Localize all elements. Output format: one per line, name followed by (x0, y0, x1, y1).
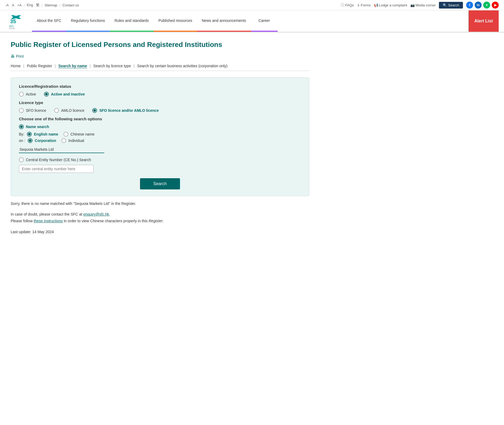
contact-link[interactable]: Contact us (62, 3, 79, 7)
search-button-main[interactable]: Search (140, 178, 180, 189)
status-radio-row: Active Active and inactive (19, 92, 301, 97)
search-icon: 🔍 (443, 3, 447, 7)
svg-text:35: 35 (10, 18, 16, 24)
last-update: Last update: 14 May 2024 (11, 230, 309, 234)
radio-sfo[interactable]: SFO licence (19, 108, 46, 113)
search-panel: Licence/Registration status Active Activ… (11, 77, 309, 196)
megaphone-icon: 📢 (374, 3, 378, 7)
breadcrumb-public-register[interactable]: Public Register (27, 64, 52, 68)
breadcrumb-home[interactable]: Home (11, 64, 21, 68)
nav-career[interactable]: Career (251, 10, 278, 32)
font-controls: -A A +A (5, 3, 22, 7)
top-bar-left: -A A +A | Eng 繁 | Sitemap | Contact us (5, 3, 79, 7)
radio-corporation-inner (29, 139, 31, 142)
image-icon: 📷 (410, 3, 415, 7)
radio-amlo-label: AMLO licence (61, 108, 84, 113)
linkedin-icon[interactable]: in (475, 2, 482, 9)
radio-active-inactive-inner (45, 93, 48, 96)
on-label: on : (19, 138, 25, 143)
radio-both-outer (92, 108, 97, 113)
radio-name-search[interactable]: Name search (19, 124, 301, 129)
radio-amlo-outer (54, 108, 59, 113)
licence-radio-row: SFO licence AMLO licence SFO licence and… (19, 108, 301, 113)
radio-active-inactive-outer (44, 92, 49, 97)
media-corner-link[interactable]: 📷 Media corner (410, 3, 436, 7)
social-icons: f in ♥ ▶ (466, 2, 499, 9)
name-search-input[interactable] (19, 146, 104, 153)
faqs-link[interactable]: ⓘ FAQs (341, 3, 354, 7)
instructions-link[interactable]: these instructions (34, 219, 63, 223)
info-line1-post: . (109, 212, 110, 216)
nav-news[interactable]: News and announcements (197, 10, 251, 32)
radio-english-label: English name (34, 132, 58, 136)
radio-individual[interactable]: Individual (61, 138, 84, 143)
radio-individual-label: Individual (68, 138, 84, 143)
youtube-icon[interactable]: ▶ (492, 2, 499, 9)
question-icon: ⓘ (341, 3, 344, 7)
main-navigation: 35 SFC 證監會 About the SFC Regulatory func… (0, 10, 504, 33)
info-line1-pre: In case of doubt, please contact the SFC… (11, 212, 83, 216)
nav-published[interactable]: Published resources (154, 10, 197, 32)
radio-both-inner (93, 109, 96, 112)
radio-ce-search[interactable]: Central Entity Number (CE No.) Search (19, 157, 301, 162)
nav-items: About the SFC Regulatory functions Rules… (32, 10, 469, 32)
radio-chinese-label: Chinese name (70, 132, 94, 136)
nav-rules[interactable]: Rules and standards (110, 10, 153, 32)
font-decrease[interactable]: -A (5, 3, 9, 7)
register-italic: Register (149, 219, 163, 223)
print-link[interactable]: 🖶 Print (11, 54, 309, 58)
radio-chinese-name[interactable]: Chinese name (63, 132, 94, 137)
logo-area: 35 SFC 證監會 (5, 10, 32, 32)
by-label: By: (19, 132, 24, 136)
radio-active-inactive-label: Active and inactive (51, 92, 85, 96)
sfc-logo[interactable]: 35 SFC 證監會 (5, 13, 27, 29)
info-line2-end: . (163, 219, 164, 223)
font-normal[interactable]: A (12, 3, 14, 7)
nav-about[interactable]: About the SFC (32, 10, 66, 32)
nav-regulatory[interactable]: Regulatory functions (66, 10, 110, 32)
info-section: In case of doubt, please contact the SFC… (11, 211, 309, 224)
status-section-label: Licence/Registration status (19, 84, 301, 89)
email-link[interactable]: enquiry@sfc.hk (83, 212, 109, 216)
lang-eng[interactable]: Eng (27, 3, 33, 7)
radio-chinese-outer (63, 132, 68, 137)
alert-list-button[interactable]: Alert List (469, 10, 499, 32)
radio-corporation-label: Corporation (35, 138, 56, 143)
search-button-top[interactable]: 🔍 Search (439, 2, 463, 9)
breadcrumb-search-by-licence[interactable]: Search by licence type (93, 64, 131, 68)
error-message: Sorry, there is no name matched with "Se… (11, 201, 309, 206)
top-bar-right: ⓘ FAQs ⇓ Forms 📢 Lodge a complaint 📷 Med… (341, 2, 499, 9)
forms-link[interactable]: ⇓ Forms (357, 3, 371, 7)
radio-both-label: SFO licence and/or AMLO licence (99, 108, 159, 113)
radio-active[interactable]: Active (19, 92, 36, 97)
wechat-icon[interactable]: ♥ (483, 2, 490, 9)
info-line2-pre: Please follow (11, 219, 34, 223)
radio-amlo[interactable]: AMLO licence (54, 108, 84, 113)
font-increase[interactable]: +A (17, 3, 22, 7)
breadcrumb-search-by-business[interactable]: Search by certain business activities (c… (137, 64, 227, 68)
radio-sfo-outer (19, 108, 24, 113)
page-content: Public Register of Licensed Persons and … (0, 33, 320, 242)
radio-corporation[interactable]: Corporation (28, 138, 56, 143)
lang-trad[interactable]: 繁 (36, 3, 39, 7)
svg-text:SFC: SFC (9, 25, 14, 27)
by-row: By: English name Chinese name (19, 132, 301, 137)
radio-ce-label: Central Entity Number (CE No.) Search (26, 158, 91, 162)
radio-both[interactable]: SFO licence and/or AMLO licence (92, 108, 159, 113)
radio-active-inactive[interactable]: Active and inactive (44, 92, 85, 97)
search-options-label: Choose one of the following search optio… (19, 117, 301, 121)
lodge-complaint-link[interactable]: 📢 Lodge a complaint (374, 3, 407, 7)
radio-active-label: Active (26, 92, 36, 96)
licence-section-label: Licence type (19, 100, 301, 105)
radio-english-name[interactable]: English name (27, 132, 58, 137)
sitemap-link[interactable]: Sitemap (45, 3, 57, 7)
radio-name-search-inner (20, 125, 23, 128)
radio-name-search-label: Name search (26, 125, 49, 129)
radio-individual-outer (61, 138, 66, 143)
facebook-icon[interactable]: f (466, 2, 473, 9)
page-title: Public Register of Licensed Persons and … (11, 41, 309, 49)
ce-number-input[interactable] (19, 165, 94, 173)
breadcrumb-search-by-name[interactable]: Search by name (58, 64, 87, 68)
breadcrumb: Home | Public Register | Search by name … (11, 64, 309, 71)
download-icon: ⇓ (357, 3, 360, 7)
